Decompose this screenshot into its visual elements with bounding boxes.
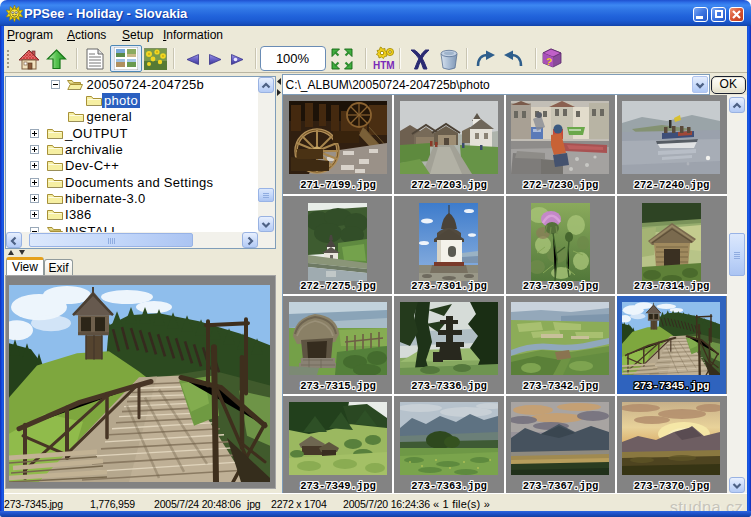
svg-text:HTM: HTM	[373, 60, 395, 71]
